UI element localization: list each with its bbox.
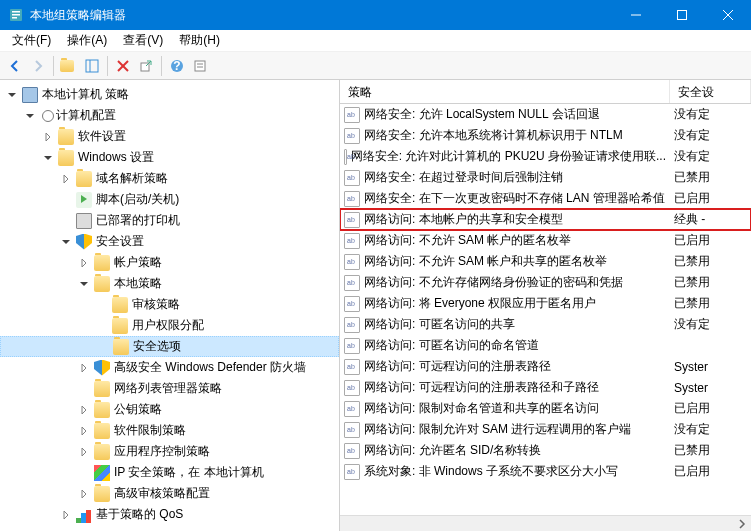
help-button[interactable]: ?	[166, 55, 188, 77]
export-button[interactable]	[135, 55, 157, 77]
column-policy[interactable]: 策略	[340, 80, 670, 103]
tree-item-windowsSettings[interactable]: Windows 设置	[0, 147, 339, 168]
tree-item-label: 应用程序控制策略	[114, 443, 210, 460]
twisty-icon[interactable]	[76, 402, 92, 418]
menu-view[interactable]: 查看(V)	[115, 30, 171, 51]
policy-name: 网络安全: 允许对此计算机的 PKU2U 身份验证请求使用联...	[351, 148, 666, 165]
twisty-icon[interactable]	[76, 423, 92, 439]
tree-item-accountPolicies[interactable]: 帐户策略	[0, 252, 339, 273]
delete-button[interactable]	[112, 55, 134, 77]
tree-item-advancedAudit[interactable]: 高级审核策略配置	[0, 483, 339, 504]
tree-item-qos[interactable]: 基于策略的 QoS	[0, 504, 339, 525]
twisty-icon	[58, 213, 74, 229]
twisty-icon[interactable]	[40, 129, 56, 145]
tree-item-userRights[interactable]: 用户权限分配	[0, 315, 339, 336]
twisty-icon[interactable]	[76, 255, 92, 271]
policy-row[interactable]: 网络访问: 可远程访问的注册表路径和子路径Syster	[340, 377, 751, 398]
tree-item-publicKey[interactable]: 公钥策略	[0, 399, 339, 420]
tree-item-defender[interactable]: 高级安全 Windows Defender 防火墙	[0, 357, 339, 378]
tree-item-scripts[interactable]: 脚本(启动/关机)	[0, 189, 339, 210]
policy-setting: 已启用	[670, 190, 751, 207]
close-button[interactable]	[705, 0, 751, 30]
policy-row[interactable]: 网络安全: 允许本地系统将计算机标识用于 NTLM没有定	[340, 125, 751, 146]
policy-setting: 没有定	[670, 106, 751, 123]
folder-icon	[113, 339, 129, 355]
policy-row[interactable]: 网络安全: 在下一次更改密码时不存储 LAN 管理器哈希值已启用	[340, 188, 751, 209]
twisty-icon[interactable]	[76, 444, 92, 460]
policy-icon	[344, 212, 360, 228]
twisty-icon[interactable]	[4, 87, 20, 103]
tree-item-label: 公钥策略	[114, 401, 162, 418]
policy-row[interactable]: 网络访问: 限制允许对 SAM 进行远程调用的客户端没有定	[340, 419, 751, 440]
policy-row[interactable]: 网络访问: 可远程访问的注册表路径Syster	[340, 356, 751, 377]
tree-item-label: IP 安全策略，在 本地计算机	[114, 464, 264, 481]
policy-row[interactable]: 系统对象: 非 Windows 子系统不要求区分大小写已启用	[340, 461, 751, 482]
list-pane: 策略 安全设 网络安全: 允许 LocalSystem NULL 会话回退没有定…	[340, 80, 751, 531]
twisty-icon[interactable]	[76, 486, 92, 502]
policy-row[interactable]: 网络安全: 允许对此计算机的 PKU2U 身份验证请求使用联...没有定	[340, 146, 751, 167]
policy-icon	[344, 464, 360, 480]
tree-item-securitySettings[interactable]: 安全设置	[0, 231, 339, 252]
tree-item-auditPolicy[interactable]: 审核策略	[0, 294, 339, 315]
tree-item-softwareSettings[interactable]: 软件设置	[0, 126, 339, 147]
maximize-button[interactable]	[659, 0, 705, 30]
policy-row[interactable]: 网络访问: 不允许 SAM 帐户的匿名枚举已启用	[340, 230, 751, 251]
twisty-icon[interactable]	[76, 276, 92, 292]
tree-item-softwareRestriction[interactable]: 软件限制策略	[0, 420, 339, 441]
tree-item-securityOptions[interactable]: 安全选项	[0, 336, 339, 357]
folder-icon	[76, 171, 92, 187]
twisty-icon[interactable]	[40, 150, 56, 166]
folder-icon	[94, 402, 110, 418]
forward-button[interactable]	[27, 55, 49, 77]
policy-row[interactable]: 网络安全: 在超过登录时间后强制注销已禁用	[340, 167, 751, 188]
column-setting[interactable]: 安全设	[670, 80, 751, 103]
tree-item-root[interactable]: 本地计算机 策略	[0, 84, 339, 105]
minimize-button[interactable]	[613, 0, 659, 30]
folder-icon	[94, 255, 110, 271]
twisty-icon[interactable]	[58, 507, 74, 523]
chart-icon	[76, 507, 92, 523]
policy-row[interactable]: 网络访问: 不允许存储网络身份验证的密码和凭据已禁用	[340, 272, 751, 293]
tree-item-label: 软件设置	[78, 128, 126, 145]
policy-row[interactable]: 网络访问: 本地帐户的共享和安全模型经典 -	[340, 209, 751, 230]
svg-text:?: ?	[173, 59, 180, 73]
list-body[interactable]: 网络安全: 允许 LocalSystem NULL 会话回退没有定网络安全: 允…	[340, 104, 751, 515]
twisty-icon[interactable]	[22, 108, 38, 124]
policy-row[interactable]: 网络访问: 不允许 SAM 帐户和共享的匿名枚举已禁用	[340, 251, 751, 272]
tree-item-ipsec[interactable]: IP 安全策略，在 本地计算机	[0, 462, 339, 483]
policy-icon	[344, 191, 360, 207]
policy-row[interactable]: 网络访问: 可匿名访问的共享没有定	[340, 314, 751, 335]
horizontal-scrollbar[interactable]	[340, 515, 751, 531]
svg-rect-5	[678, 11, 687, 20]
tree-item-printers[interactable]: 已部署的打印机	[0, 210, 339, 231]
menu-action[interactable]: 操作(A)	[59, 30, 115, 51]
back-button[interactable]	[4, 55, 26, 77]
policy-row[interactable]: 网络访问: 限制对命名管道和共享的匿名访问已启用	[340, 398, 751, 419]
tree-item-networkList[interactable]: 网络列表管理器策略	[0, 378, 339, 399]
list-header: 策略 安全设	[340, 80, 751, 104]
tree-item-nameResolution[interactable]: 域名解析策略	[0, 168, 339, 189]
menu-help[interactable]: 帮助(H)	[171, 30, 228, 51]
policy-row[interactable]: 网络访问: 将 Everyone 权限应用于匿名用户已禁用	[340, 293, 751, 314]
tree-item-localPolicies[interactable]: 本地策略	[0, 273, 339, 294]
policy-setting: 已禁用	[670, 442, 751, 459]
up-button[interactable]	[58, 55, 80, 77]
shield-icon	[94, 360, 110, 376]
comp-icon	[22, 87, 38, 103]
scroll-right-icon[interactable]	[737, 519, 747, 529]
properties-button[interactable]	[189, 55, 211, 77]
tree-item-computerConfig[interactable]: 计算机配置	[0, 105, 339, 126]
tree-pane[interactable]: 本地计算机 策略计算机配置软件设置Windows 设置域名解析策略脚本(启动/关…	[0, 80, 340, 531]
twisty-icon[interactable]	[58, 234, 74, 250]
menu-file[interactable]: 文件(F)	[4, 30, 59, 51]
twisty-icon[interactable]	[76, 360, 92, 376]
policy-row[interactable]: 网络安全: 允许 LocalSystem NULL 会话回退没有定	[340, 104, 751, 125]
twisty-icon[interactable]	[58, 171, 74, 187]
policy-setting: 已启用	[670, 232, 751, 249]
tree-item-appControl[interactable]: 应用程序控制策略	[0, 441, 339, 462]
policy-icon	[344, 170, 360, 186]
policy-icon	[344, 338, 360, 354]
policy-row[interactable]: 网络访问: 允许匿名 SID/名称转换已禁用	[340, 440, 751, 461]
show-tree-button[interactable]	[81, 55, 103, 77]
policy-row[interactable]: 网络访问: 可匿名访问的命名管道	[340, 335, 751, 356]
